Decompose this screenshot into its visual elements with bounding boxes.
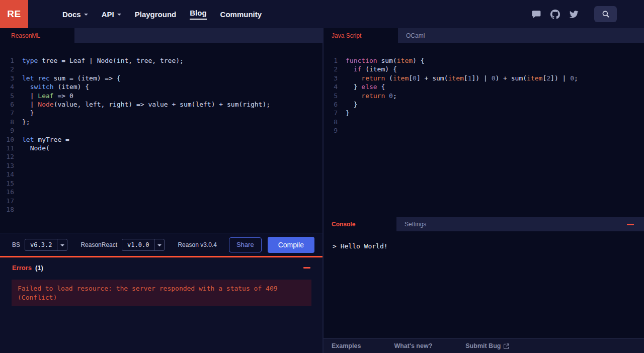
github-icon[interactable] xyxy=(550,9,560,19)
footer-links: Examples What's new? Submit Bug xyxy=(324,338,644,353)
code-text: switch (item) { xyxy=(22,82,89,91)
code-line: 8}; xyxy=(0,118,323,126)
output-panel: Java Script OCaml 1function sum(item) {2… xyxy=(323,28,644,353)
code-line: 16 xyxy=(0,188,323,196)
nav-item-docs[interactable]: Docs xyxy=(62,10,88,19)
reasonreact-version-dropdown[interactable]: v1.0.0 xyxy=(122,239,165,251)
line-number: 6 xyxy=(324,100,346,109)
line-number: 9 xyxy=(324,126,346,135)
reason-logo[interactable]: RE xyxy=(0,0,28,28)
code-line: 12 xyxy=(0,152,323,161)
nav-items: Docs API Playground Blog Community xyxy=(62,9,262,20)
nav-item-label: Blog xyxy=(190,9,206,20)
line-number: 6 xyxy=(0,100,22,109)
share-button[interactable]: Share xyxy=(229,237,262,252)
code-line: 7} xyxy=(324,109,644,117)
code-text: if (item) { xyxy=(346,65,397,73)
reason-panel: ReasonML 1type tree = Leaf | Node(int, t… xyxy=(0,28,323,353)
code-line: 6 | Node(value, left, right) => value + … xyxy=(0,100,323,109)
errors-count-badge: (1) xyxy=(35,264,43,272)
tab-console[interactable]: Console xyxy=(324,217,396,231)
code-line: 3let rec sum = (item) => { xyxy=(0,74,323,82)
code-text: let myTree = xyxy=(22,135,69,144)
code-text: function sum(item) { xyxy=(346,56,425,65)
twitter-icon[interactable] xyxy=(569,9,579,19)
nav-item-label: Playground xyxy=(135,10,177,19)
code-text: } xyxy=(346,109,350,117)
bs-version-dropdown[interactable]: v6.3.2 xyxy=(25,239,67,251)
whats-new-link[interactable]: What's new? xyxy=(394,342,432,349)
reason-version-label: Reason v3.0.4 xyxy=(178,241,216,248)
nav-item-community[interactable]: Community xyxy=(220,10,262,19)
line-number: 17 xyxy=(0,197,22,205)
search-button[interactable] xyxy=(594,6,617,22)
nav-item-label: API xyxy=(102,10,114,19)
code-line: 1type tree = Leaf | Node(int, tree, tree… xyxy=(0,56,323,65)
external-link-icon xyxy=(504,343,509,349)
output-tabstrip: Java Script OCaml xyxy=(324,28,644,43)
minus-icon xyxy=(303,267,310,269)
line-number: 3 xyxy=(324,74,346,82)
code-line: 8 xyxy=(324,118,644,126)
examples-link[interactable]: Examples xyxy=(332,342,361,349)
line-number: 1 xyxy=(0,56,22,65)
error-message: Failed to load resource: the server resp… xyxy=(12,280,311,306)
line-number: 5 xyxy=(324,92,346,100)
line-number: 10 xyxy=(0,135,22,144)
line-number: 12 xyxy=(0,152,22,161)
code-line: 1function sum(item) { xyxy=(324,56,644,65)
submit-bug-link[interactable]: Submit Bug xyxy=(465,342,509,349)
app-window: RE Docs API Playground Blog Community xyxy=(0,0,644,353)
nav-item-playground[interactable]: Playground xyxy=(135,10,177,19)
bs-label: BS xyxy=(12,241,20,248)
compile-button[interactable]: Compile xyxy=(268,237,314,253)
reasonreact-label: ReasonReact xyxy=(80,241,117,248)
chat-icon[interactable] xyxy=(531,9,541,19)
line-number: 8 xyxy=(0,118,22,126)
tab-javascript[interactable]: Java Script xyxy=(324,28,398,43)
navbar: RE Docs API Playground Blog Community xyxy=(0,0,644,28)
line-number: 5 xyxy=(0,92,22,100)
code-line: 11 Node( xyxy=(0,144,323,152)
console-tabstrip: Console Settings xyxy=(324,217,644,231)
collapse-errors-button[interactable] xyxy=(303,265,310,271)
code-text: return (item[0] + sum(item[1]) | 0) + su… xyxy=(346,74,578,82)
line-number: 1 xyxy=(324,56,346,65)
code-line: 4 switch (item) { xyxy=(0,82,323,91)
code-line: 13 xyxy=(0,161,323,170)
line-number: 9 xyxy=(0,126,22,135)
code-text: Node( xyxy=(22,144,50,152)
tab-settings[interactable]: Settings xyxy=(396,217,469,231)
code-text: } else { xyxy=(346,82,385,91)
bs-version-value: v6.3.2 xyxy=(25,241,57,248)
errors-title: Errors xyxy=(12,264,32,272)
tab-ocaml[interactable]: OCaml xyxy=(398,28,472,43)
line-number: 4 xyxy=(324,82,346,91)
chevron-down-icon xyxy=(57,239,67,250)
nav-item-api[interactable]: API xyxy=(102,10,121,19)
search-icon xyxy=(602,10,610,18)
line-number: 2 xyxy=(0,65,22,73)
minus-icon xyxy=(627,224,634,225)
code-line: 15 xyxy=(0,179,323,188)
code-line: 18 xyxy=(0,205,323,214)
code-line: 17 xyxy=(0,197,323,205)
line-number: 8 xyxy=(324,118,346,126)
code-text: } xyxy=(22,109,34,117)
reason-code-editor[interactable]: 1type tree = Leaf | Node(int, tree, tree… xyxy=(0,43,323,233)
code-line: 4 } else { xyxy=(324,82,644,91)
line-number: 3 xyxy=(0,74,22,82)
tab-reasonml[interactable]: ReasonML xyxy=(0,28,74,43)
code-line: 10let myTree = xyxy=(0,135,323,144)
chevron-down-icon xyxy=(154,239,164,250)
collapse-console-button[interactable] xyxy=(627,217,634,231)
code-line: 6 } xyxy=(324,100,644,109)
js-code-editor[interactable]: 1function sum(item) {2 if (item) {3 retu… xyxy=(324,43,644,217)
nav-item-blog[interactable]: Blog xyxy=(190,9,206,20)
nav-item-label: Community xyxy=(220,10,262,19)
nav-right-icons xyxy=(531,6,644,22)
errors-header: Errors (1) xyxy=(0,257,323,278)
code-text: let rec sum = (item) => { xyxy=(22,74,121,82)
code-text: }; xyxy=(22,118,30,126)
code-text: type tree = Leaf | Node(int, tree, tree)… xyxy=(22,56,184,65)
